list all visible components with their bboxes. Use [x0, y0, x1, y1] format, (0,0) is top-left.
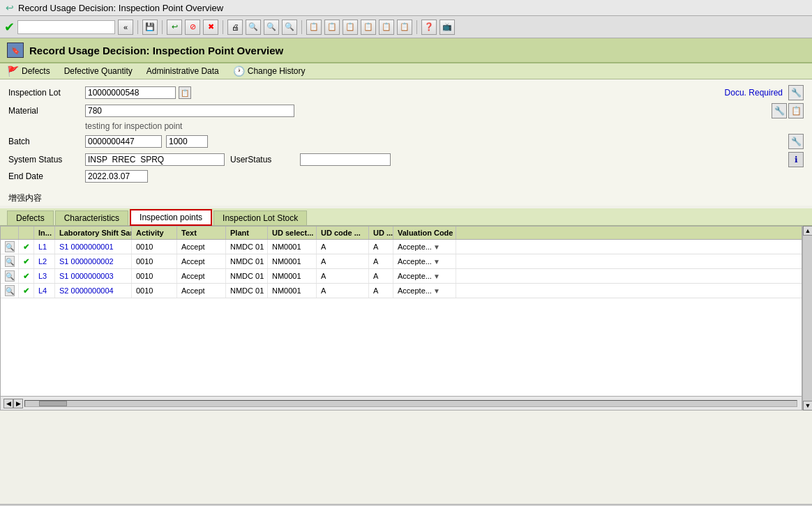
row-id[interactable]: L3 — [38, 272, 47, 280]
toolbar-btn-help[interactable]: ❓ — [421, 20, 437, 35]
info-btn[interactable]: ℹ — [788, 152, 804, 167]
end-date-input[interactable] — [85, 170, 148, 183]
tab-inspection-lot-stock[interactable]: Inspection Lot Stock — [213, 210, 307, 225]
row-inspect-icon[interactable]: 🔍 — [5, 285, 15, 296]
row-activity: 0010 — [132, 269, 177, 283]
table-rows-container: 🔍 ✔ L1 S1 0000000001 0010 Accept NMDC 01… — [1, 240, 802, 298]
menu-defective-quantity[interactable]: Defective Quantity — [64, 66, 133, 76]
toolbar-btn-find2[interactable]: 🔍 — [264, 20, 279, 35]
tab-inspection-points[interactable]: Inspection points — [130, 209, 212, 226]
dropdown-arrow[interactable]: ▼ — [433, 258, 440, 266]
section-title: Record Usage Decision: Inspection Point … — [29, 45, 283, 56]
form-subtext: testing for inspection point — [85, 121, 182, 131]
toolbar-btn-cancel1[interactable]: ⊘ — [185, 20, 200, 35]
sep5 — [416, 20, 417, 34]
dropdown-arrow[interactable]: ▼ — [433, 287, 440, 295]
form-body: Inspection Lot 📋 Docu. Required 🔧 Materi… — [0, 79, 812, 191]
batch-input[interactable] — [85, 135, 162, 148]
toolbar-btn-save[interactable]: 💾 — [142, 20, 158, 35]
menu-change-history[interactable]: 🕐 Change History — [233, 66, 306, 77]
row-text: Accept — [177, 269, 226, 283]
row-id[interactable]: L2 — [38, 257, 47, 266]
h-scrollbar: ◀ ▶ — [1, 396, 802, 410]
row-check-icon: ✔ — [23, 286, 29, 296]
system-status-label: System Status — [8, 155, 85, 164]
toolbar-btn-print[interactable]: 🖨 — [227, 20, 243, 35]
subtext-row: testing for inspection point — [8, 121, 804, 131]
col-header-ud-code: UD code ... — [317, 227, 369, 239]
form-menubar: 🚩 Defects Defective Quantity Administrat… — [0, 63, 812, 79]
row-lab[interactable]: S2 0000000004 — [59, 286, 114, 295]
toolbar-btn-clipboard4[interactable]: 📋 — [361, 20, 376, 35]
toolbar-btn-cancel2[interactable]: ✖ — [203, 20, 218, 35]
row-text: Accept — [177, 254, 226, 268]
toolbar-btn-clipboard6[interactable]: 📋 — [397, 20, 412, 35]
scroll-down-btn[interactable]: ▼ — [803, 401, 812, 411]
row-activity: 0010 — [132, 284, 177, 298]
row-inspect-icon[interactable]: 🔍 — [5, 241, 15, 252]
toolbar-btn-nav-back[interactable]: « — [118, 20, 133, 35]
docu-btn-1[interactable]: 🔧 — [788, 85, 804, 100]
row-plant: NMDC 01 — [226, 240, 268, 254]
row-inspect-icon[interactable]: 🔍 — [5, 256, 15, 267]
section-icon: 🔖 — [7, 43, 24, 58]
material-input[interactable] — [85, 105, 294, 117]
row-id[interactable]: L1 — [38, 243, 47, 251]
batch-label: Batch — [8, 137, 85, 146]
toolbar-btn-back[interactable]: ↩ — [167, 20, 182, 35]
toolbar-btn-clipboard1[interactable]: 📋 — [306, 20, 322, 35]
row-ud-code: A — [317, 240, 369, 254]
inspection-lot-input[interactable] — [85, 86, 176, 99]
system-status-input[interactable] — [85, 153, 225, 166]
row-valuation: Accepte...▼ — [393, 254, 456, 268]
sep3 — [223, 20, 223, 34]
col-header-ud: UD ... — [369, 227, 393, 239]
row-inspect-icon[interactable]: 🔍 — [5, 270, 15, 282]
toolbar-btn-clipboard5[interactable]: 📋 — [379, 20, 394, 35]
toolbar-btn-monitor[interactable]: 📺 — [439, 20, 455, 35]
scroll-up-btn[interactable]: ▲ — [803, 226, 812, 236]
sep2 — [162, 20, 163, 34]
toolbar-btn-find3[interactable]: 🔍 — [282, 20, 297, 35]
dropdown-arrow[interactable]: ▼ — [433, 243, 440, 251]
toolbar-btn-clipboard3[interactable]: 📋 — [343, 20, 358, 35]
row-lab[interactable]: S1 0000000002 — [59, 257, 114, 266]
docu-btn-3[interactable]: 📋 — [788, 103, 804, 118]
user-status-label: UserStatus — [230, 155, 300, 164]
row-text: Accept — [177, 284, 226, 298]
user-status-input[interactable] — [300, 153, 391, 166]
menu-defects[interactable]: 🚩 Defects — [7, 66, 50, 77]
row-ud: A — [369, 269, 393, 283]
batch-btn[interactable]: 🔧 — [788, 134, 804, 149]
toolbar-input[interactable] — [17, 20, 115, 34]
scroll-track-h[interactable] — [24, 400, 797, 407]
toolbar-btn-find[interactable]: 🔍 — [246, 20, 261, 35]
scroll-track-v[interactable] — [803, 236, 812, 401]
row-plant: NMDC 01 — [226, 254, 268, 268]
tab-characteristics[interactable]: Characteristics — [55, 210, 128, 225]
row-lab[interactable]: S1 0000000003 — [59, 272, 114, 280]
sep4 — [301, 20, 302, 34]
main-area: 🔖 Record Usage Decision: Inspection Poin… — [0, 38, 812, 504]
dropdown-arrow[interactable]: ▼ — [433, 273, 440, 280]
toolbar: ✔ « 💾 ↩ ⊘ ✖ 🖨 🔍 🔍 🔍 📋 📋 📋 📋 📋 📋 ❓ 📺 — [0, 16, 812, 38]
docu-btn-2[interactable]: 🔧 — [772, 103, 787, 118]
row-check-icon: ✔ — [23, 257, 29, 266]
scroll-right-btn[interactable]: ▶ — [13, 399, 23, 408]
col-header-check — [19, 227, 34, 239]
scroll-left-btn[interactable]: ◀ — [3, 399, 13, 408]
inspection-lot-copy-btn[interactable]: 📋 — [179, 86, 191, 99]
material-label: Material — [8, 106, 85, 116]
toolbar-btn-clipboard2[interactable]: 📋 — [324, 20, 340, 35]
batch-input2[interactable] — [166, 135, 208, 148]
table-row: 🔍 ✔ L1 S1 0000000001 0010 Accept NMDC 01… — [1, 240, 802, 254]
tab-defects[interactable]: Defects — [7, 210, 54, 225]
table-row: 🔍 ✔ L4 S2 0000000004 0010 Accept NMDC 01… — [1, 284, 802, 298]
row-lab[interactable]: S1 0000000001 — [59, 243, 114, 251]
row-id[interactable]: L4 — [38, 286, 47, 295]
row-valuation: Accepte...▼ — [393, 240, 456, 254]
menu-administrative-data[interactable]: Administrative Data — [146, 66, 219, 76]
docu-required-link[interactable]: Docu. Required — [725, 88, 783, 98]
green-check-icon[interactable]: ✔ — [4, 20, 15, 35]
row-ud-sel: NM0001 — [268, 254, 317, 268]
